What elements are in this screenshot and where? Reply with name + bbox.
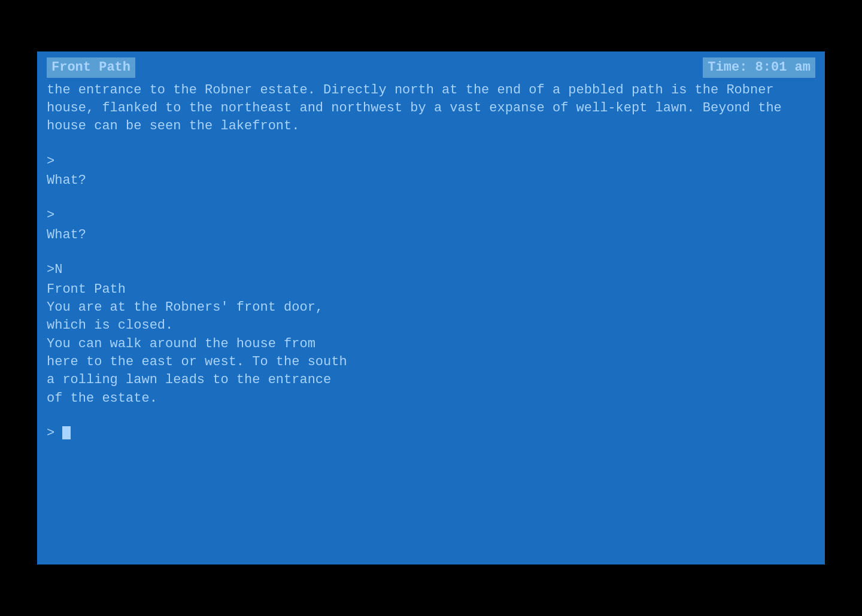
first-prompt-block: > What? [47, 153, 815, 190]
game-screen: Front Path Time: 8:01 am the entrance to… [37, 51, 825, 565]
location-2: Front Path [47, 281, 815, 299]
final-prompt-line[interactable]: > [47, 424, 815, 442]
command-n: >N [47, 261, 815, 279]
header-bar: Front Path Time: 8:01 am [47, 57, 815, 78]
text-cursor [62, 426, 71, 439]
desc-2: which is closed. [47, 317, 815, 335]
time-label: Time: [708, 60, 747, 75]
content-area: the entrance to the Robner estate. Direc… [47, 81, 815, 443]
prompt-1[interactable]: > [47, 153, 815, 171]
final-prompt-char: > [47, 426, 54, 441]
time-display: Time: 8:01 am [703, 57, 815, 78]
prompt-2[interactable]: > [47, 207, 815, 224]
desc-1: You are at the Robners' front door, [47, 299, 815, 317]
opening-text: the entrance to the Robner estate. Direc… [47, 83, 782, 134]
desc-4: here to the east or west. To the south [47, 353, 815, 371]
opening-description: the entrance to the Robner estate. Direc… [47, 81, 815, 136]
response-1: What? [47, 172, 815, 190]
response-2: What? [47, 226, 815, 244]
desc-5: a rolling lawn leads to the entrance [47, 371, 815, 389]
command-block: >N Front Path You are at the Robners' fr… [47, 261, 815, 408]
location-title: Front Path [47, 57, 135, 78]
time-value: 8:01 am [755, 60, 811, 75]
second-prompt-block: > What? [47, 207, 815, 244]
desc-6: of the estate. [47, 390, 815, 408]
desc-3: You can walk around the house from [47, 335, 815, 353]
